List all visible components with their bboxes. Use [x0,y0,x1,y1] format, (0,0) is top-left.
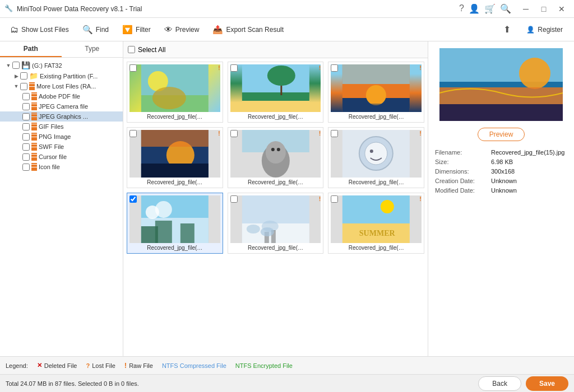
tree-item-existing-partition[interactable]: ▶ 📁 Existing Partition (F... [0,71,123,81]
svg-point-23 [276,148,280,151]
svg-point-34 [155,201,172,218]
grid-scrollable[interactable]: ! Recovered_jpg_file(… ! [123,58,428,356]
export-scan-result-button[interactable]: 📤 Export Scan Result [207,22,289,38]
warning-badge-8: ! [419,195,422,202]
svg-rect-50 [439,104,563,121]
app-icon: 🔧 [4,4,13,13]
tree-label-root: (G:) FAT32 [32,62,62,69]
tree-checkbox-icon-file[interactable] [22,164,30,171]
tree-checkbox-pdf[interactable] [22,93,30,100]
svg-rect-32 [180,223,195,243]
image-checkbox-4[interactable] [230,130,238,137]
tree-expander-existing[interactable]: ▶ [12,72,20,80]
tree-checkbox-png[interactable] [22,133,30,141]
svg-point-45 [381,200,394,213]
file-info: Filename: Recovered_jpg_file(15).jpg Siz… [435,149,567,197]
toolbar-right: ⬆ 👤 Register [499,22,570,37]
find-button[interactable]: 🔍 Find [77,22,114,38]
tree-area: ▼ 💾 (G:) FAT32 ▶ 📁 Existing Partition (F… [0,58,123,356]
select-all-checkbox[interactable] [128,46,135,53]
save-button[interactable]: Save [526,376,568,391]
minimize-button[interactable]: ─ [518,1,534,17]
image-checkbox-8[interactable] [331,195,338,203]
image-checkbox-3[interactable] [129,130,137,137]
tree-item-jpeg-graphics[interactable]: JPEG Graphics ... [0,111,123,122]
image-checkbox-5[interactable] [331,130,338,137]
right-panel: Preview Filename: Recovered_jpg_file(15)… [428,41,574,356]
warning-badge-5: ! [419,130,422,137]
image-cell-3[interactable]: ! Recovered_jpg_file(… [127,127,223,188]
svg-rect-10 [342,64,410,84]
image-checkbox-1[interactable] [230,64,238,72]
tree-item-more-lost[interactable]: ▼ More Lost Files (RA... [0,81,123,91]
tree-expander-root[interactable]: ▼ [4,62,12,69]
legend-raw-icon: ! [124,361,127,370]
tree-checkbox-jpeg-camera[interactable] [22,103,30,110]
share-button[interactable]: ⬆ [499,22,515,37]
tree-checkbox-cursor[interactable] [22,153,30,161]
left-panel: Path Type ▼ 💾 (G:) FAT32 ▶ 📁 Existing Pa… [0,41,123,356]
legend-title: Legend: [6,362,28,369]
bar-icon-more [29,82,35,90]
tree-checkbox-jpeg-graphics[interactable] [22,113,30,120]
preview-button[interactable]: Preview [478,128,525,141]
tree-item-jpeg-camera[interactable]: JPEG Camera file [0,101,123,111]
image-cell-0[interactable]: ! Recovered_jpg_file(… [127,62,223,123]
filter-button[interactable]: 🔽 Filter [117,22,156,38]
tree-checkbox-more[interactable] [20,83,27,90]
tree-checkbox-gif[interactable] [22,123,30,130]
show-lost-files-button[interactable]: 🗂 Show Lost Files [4,22,75,37]
close-button[interactable]: ✕ [554,1,570,17]
legend-raw: ! Raw File [124,361,153,370]
image-cell-1[interactable]: ! Recovered_jpg_file(… [228,62,324,123]
image-cell-7[interactable]: ! Recovered_jpg_file(… [228,193,324,254]
preview-image [439,48,563,121]
bar-icon-jpeg-camera [31,102,37,110]
image-cell-4[interactable]: ! Recovered_jpg_file(… [228,127,324,188]
preview-toolbar-button[interactable]: 👁 Preview [159,22,205,37]
tree-expander-more[interactable]: ▼ [12,82,20,90]
image-label-7: Recovered_jpg_file(… [230,245,321,251]
tree-checkbox-existing[interactable] [20,72,27,80]
image-thumb-1 [230,64,321,112]
help-icon[interactable]: ? [459,3,464,14]
tab-path[interactable]: Path [0,41,62,57]
tree-item-png[interactable]: PNG Image [0,132,123,142]
dimensions-label: Dimensions: [435,168,491,175]
image-cell-5[interactable]: ! Recovered_jpg_file(… [328,127,424,188]
tree-item-icon[interactable]: Icon file [0,162,123,172]
image-cell-2[interactable]: ! Recovered_jpg_file(… [328,62,424,123]
bar-icon-cursor [31,153,37,161]
tree-checkbox-swf[interactable] [22,143,30,151]
user-icon[interactable]: 👤 [469,3,480,14]
tree-label-jpeg-camera: JPEG Camera file [39,103,88,110]
svg-rect-31 [155,221,172,243]
search-icon[interactable]: 🔍 [500,3,511,14]
legend-raw-label: Raw File [129,362,153,369]
maximize-button[interactable]: □ [536,1,552,17]
image-checkbox-0[interactable] [129,64,137,72]
image-cell-6[interactable]: Recovered_jpg_file(… [127,193,223,254]
image-checkbox-7[interactable] [230,195,238,203]
tree-item-cursor[interactable]: Cursor file [0,152,123,162]
drive-icon: 💾 [21,61,30,69]
image-checkbox-2[interactable] [331,64,338,72]
warning-badge-1: ! [319,64,321,71]
tab-type[interactable]: Type [62,41,123,57]
select-all-label[interactable]: Select All [128,46,165,54]
preview-icon: 👁 [164,25,173,34]
image-thumb-5 [331,130,422,178]
tree-item-pdf[interactable]: Adobe PDF file [0,91,123,101]
image-checkbox-6[interactable] [129,195,137,203]
center-panel: Select All ! Recov [123,41,428,356]
tree-item-gif[interactable]: GIF Files [0,122,123,132]
svg-point-26 [365,142,387,165]
register-button[interactable]: 👤 Register [520,23,570,36]
main-wrapper: Path Type ▼ 💾 (G:) FAT32 ▶ 📁 Existing Pa… [0,41,574,356]
tree-item-root[interactable]: ▼ 💾 (G:) FAT32 [0,60,123,71]
tree-item-swf[interactable]: SWF File [0,142,123,152]
cart-icon[interactable]: 🛒 [484,3,496,14]
back-button[interactable]: Back [478,376,521,391]
image-cell-8[interactable]: SUMMER ! Recovered_jpg_file(… [328,193,424,254]
tree-checkbox-root[interactable] [12,62,20,69]
